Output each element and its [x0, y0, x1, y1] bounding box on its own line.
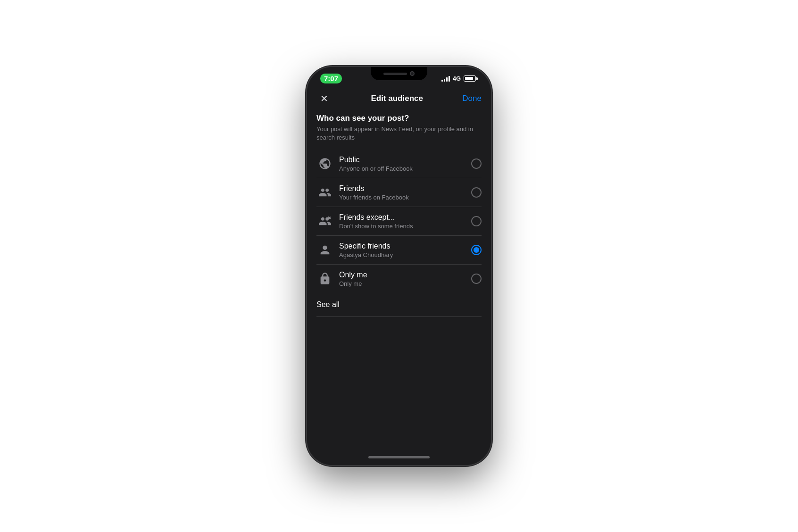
lock-icon	[316, 270, 333, 287]
option-friends-text: Friends Your friends on Facebook	[339, 184, 471, 201]
close-icon: ✕	[320, 94, 328, 103]
option-friends-except-radio[interactable]	[471, 216, 482, 226]
network-type: 4G	[453, 75, 461, 82]
option-public[interactable]: Public Anyone on or off Facebook	[316, 150, 482, 178]
option-friends-label: Friends	[339, 184, 471, 193]
option-specific-friends-desc: Agastya Choudhary	[339, 251, 471, 258]
speaker	[383, 73, 407, 75]
option-public-text: Public Anyone on or off Facebook	[339, 156, 471, 172]
option-friends-except-text: Friends except... Don't show to some fri…	[339, 213, 471, 230]
option-friends-except[interactable]: Friends except... Don't show to some fri…	[316, 207, 482, 236]
done-button[interactable]: Done	[462, 94, 482, 103]
option-specific-friends-label: Specific friends	[339, 242, 471, 250]
option-only-me[interactable]: Only me Only me	[316, 265, 482, 293]
signal-icon	[441, 76, 450, 82]
option-friends-desc: Your friends on Facebook	[339, 194, 471, 201]
option-friends-except-desc: Don't show to some friends	[339, 223, 471, 230]
option-friends-radio[interactable]	[471, 187, 482, 198]
option-friends[interactable]: Friends Your friends on Facebook	[316, 178, 482, 207]
home-indicator	[307, 449, 491, 465]
section-subtitle: Your post will appear in News Feed, on y…	[316, 125, 482, 142]
notch	[371, 67, 427, 80]
audience-options-list: Public Anyone on or off Facebook Friends	[316, 150, 482, 293]
phone-screen: 7:07 4G ✕ Edit audience Done	[307, 67, 491, 465]
content-area: Who can see your post? Your post will ap…	[307, 112, 491, 449]
specific-friends-icon	[316, 241, 333, 258]
navigation-bar: ✕ Edit audience Done	[307, 86, 491, 112]
option-specific-friends[interactable]: Specific friends Agastya Choudhary	[316, 236, 482, 265]
option-only-me-desc: Only me	[339, 280, 471, 287]
option-specific-friends-text: Specific friends Agastya Choudhary	[339, 242, 471, 258]
section-header: Who can see your post? Your post will ap…	[316, 112, 482, 150]
friends-except-icon	[316, 213, 333, 230]
option-only-me-text: Only me Only me	[339, 271, 471, 287]
home-bar	[368, 456, 430, 458]
section-title: Who can see your post?	[316, 114, 482, 123]
globe-icon	[316, 155, 333, 172]
option-public-label: Public	[339, 156, 471, 164]
status-icons: 4G	[441, 75, 478, 82]
option-only-me-label: Only me	[339, 271, 471, 279]
camera	[410, 71, 415, 76]
option-public-radio[interactable]	[471, 158, 482, 169]
option-friends-except-label: Friends except...	[339, 213, 471, 222]
status-time: 7:07	[320, 74, 342, 83]
phone-frame: 7:07 4G ✕ Edit audience Done	[307, 67, 491, 465]
option-only-me-radio[interactable]	[471, 274, 482, 284]
close-button[interactable]: ✕	[316, 91, 332, 106]
battery-icon	[464, 75, 478, 82]
friends-icon	[316, 184, 333, 201]
see-all-button[interactable]: See all	[316, 293, 482, 317]
option-specific-friends-radio[interactable]	[471, 245, 482, 255]
page-title: Edit audience	[371, 94, 423, 103]
option-public-desc: Anyone on or off Facebook	[339, 165, 471, 172]
